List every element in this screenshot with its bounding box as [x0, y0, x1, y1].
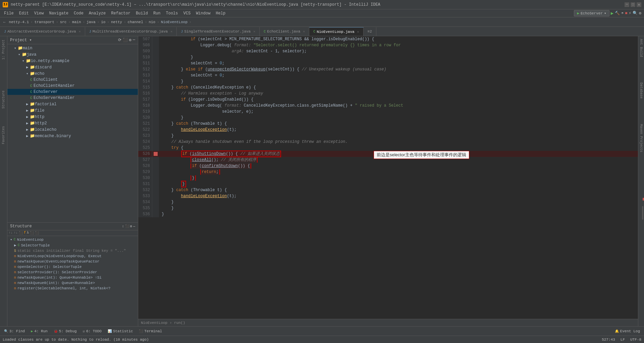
tab-close-icon[interactable]: ✕	[253, 30, 255, 34]
tree-item-echoserver[interactable]: C EchoServer	[7, 89, 138, 95]
menu-window[interactable]: Window	[193, 10, 213, 16]
find-tool-button[interactable]: 🔍 3: Find	[1, 329, 28, 334]
terminal-tool-button[interactable]: ⬛ Terminal	[136, 329, 165, 334]
run-config-selector[interactable]: ▶ EchoServer ▾	[574, 10, 609, 16]
tree-item-http2[interactable]: ▶ 📁 http2	[7, 120, 138, 126]
tree-item-java[interactable]: ▾ 📁 java	[7, 51, 138, 58]
database-panel-label[interactable]: Database	[638, 80, 644, 101]
breadcrumb-item-9[interactable]: NioEventLoop	[161, 20, 187, 24]
menu-analyze[interactable]: Analyze	[86, 10, 108, 16]
breadcrumb-item-3[interactable]: main	[72, 20, 81, 24]
sort-by-alpha-btn[interactable]: ↑↓	[9, 231, 13, 235]
menu-file[interactable]: File	[1, 10, 16, 16]
struct-item-selectorprovider[interactable]: m selectorProvider(): SelectorProvider	[7, 270, 138, 275]
tab-singlethreadeventexecutor[interactable]: J SingleThreadEventExecutor.java ✕	[177, 27, 260, 36]
tab-close-icon[interactable]: ✕	[79, 30, 81, 34]
scroll-thumb[interactable]	[642, 206, 643, 220]
show-anon-btn[interactable]: ⬛	[30, 231, 34, 235]
structure-close-icon[interactable]: —	[133, 225, 135, 228]
breadcrumb-item-2[interactable]: src	[60, 20, 67, 24]
tree-item-ionettyexample[interactable]: ▾ 📁 io.netty.example	[7, 58, 138, 64]
menu-build[interactable]: Build	[133, 10, 151, 16]
maximize-button[interactable]: □	[631, 2, 635, 7]
tab-nioeventloop[interactable]: C NioEventLoop.java ✕	[309, 27, 363, 36]
project-settings-icon[interactable]: ⚙	[129, 38, 131, 43]
show-lambda-btn[interactable]: λ	[27, 231, 29, 235]
maven-projects-panel-label[interactable]: Maven Projects	[638, 121, 644, 155]
struct-item-constructor[interactable]: m NioEventLoop(NioEventLoopGroup, Execut	[7, 253, 138, 259]
breadcrumb-item-1[interactable]: transport	[35, 20, 54, 24]
code-area[interactable]: 507 if (selectCnt > MIN_PREMATURE_SELECT…	[138, 36, 638, 319]
favorites-panel-label[interactable]: Favorites	[1, 124, 6, 146]
menu-run[interactable]: Run	[151, 10, 163, 16]
breadcrumb-item-0[interactable]: netty-4.1	[9, 20, 29, 24]
sort-alpha-icon[interactable]: ↕	[122, 225, 124, 228]
tree-item-discard[interactable]: ▶ 📁 discard	[7, 64, 138, 70]
ant-build-panel-label[interactable]: Ant Build	[638, 36, 644, 60]
breadcrumb-item-8[interactable]: nio	[149, 20, 155, 24]
tab-close-icon[interactable]: ✕	[357, 30, 359, 34]
tree-item-factorial[interactable]: ▶ 📁 factorial	[7, 101, 138, 107]
structure-panel-label[interactable]: Structure	[1, 89, 6, 111]
run-tool-button[interactable]: ▶ 4: Run	[28, 329, 50, 334]
show-fields-btn[interactable]: f	[24, 231, 26, 235]
menu-refactor[interactable]: Refactor	[108, 10, 133, 16]
tree-item-echo[interactable]: ▾ 📁 echo	[7, 70, 138, 77]
show-inherited-btn[interactable]: ⬛	[19, 231, 23, 235]
debug-tool-button[interactable]: 🐞 5: Debug	[51, 329, 79, 334]
profile-button[interactable]: ⚡	[629, 11, 631, 16]
tree-item-http[interactable]: ▶ 📁 http	[7, 114, 138, 120]
tree-item-memcachebinary[interactable]: ▶ 📁 memcache.binary	[7, 133, 138, 139]
menu-vcs[interactable]: VCS	[181, 10, 194, 16]
breadcrumb-item-7[interactable]: channel	[128, 20, 143, 24]
tab-echoclient[interactable]: C EchoClient.java ✕	[260, 27, 309, 36]
tab-abstracteventexecutorgroup[interactable]: J AbstractEventExecutorGroup.java ✕	[0, 27, 85, 36]
stop-button[interactable]: ■	[625, 11, 627, 16]
project-sync-icon[interactable]: ⟳	[118, 38, 121, 43]
project-panel-label[interactable]: 1: Project	[1, 38, 6, 62]
tab-more[interactable]: ≡2	[364, 27, 376, 36]
struct-item-newtaskqueue0[interactable]: m newTaskQueue0(int): Queue<Runnable>	[7, 280, 138, 286]
build-button[interactable]: 🔨	[615, 11, 620, 16]
struct-item-openselector[interactable]: m openSelector(): SelectorTuple	[7, 264, 138, 270]
struct-item-register[interactable]: m register(SelectableChannel, int, NioTa…	[7, 286, 138, 291]
run-button[interactable]: ▶	[611, 10, 613, 16]
tab-multithreadeventexecutorgroup[interactable]: J MultithreadEventExecutorGroup.java ✕	[85, 27, 177, 36]
menu-edit[interactable]: Edit	[16, 10, 32, 16]
struct-item-selectortuple[interactable]: ▶ C SelectorTuple	[7, 242, 138, 248]
tab-close-icon[interactable]: ✕	[303, 30, 305, 34]
menu-navigate[interactable]: Navigate	[46, 10, 71, 16]
statistic-tool-button[interactable]: 📊 Statistic	[105, 329, 136, 334]
menu-tools[interactable]: Tools	[163, 10, 181, 16]
search-everywhere-button[interactable]: 🔍	[633, 11, 638, 16]
menu-help[interactable]: Help	[213, 10, 228, 16]
breadcrumb-item-6[interactable]: netty	[111, 20, 122, 24]
sort-by-visibility-btn[interactable]: ↑↓	[14, 231, 18, 235]
project-close-icon[interactable]: —	[133, 38, 135, 43]
struct-item-nioeventloop[interactable]: ▾ C NioEventLoop	[7, 237, 138, 242]
sort-type-icon[interactable]: ⬛	[125, 224, 129, 228]
settings-button[interactable]: ⚙	[639, 11, 641, 16]
menu-view[interactable]: View	[32, 10, 47, 16]
tree-item-echoclient[interactable]: C EchoClient	[7, 77, 138, 83]
tree-item-echoclienthandler[interactable]: C EchoClientHandler	[7, 83, 138, 89]
tree-item-main[interactable]: ▾ 📁 main	[7, 45, 138, 51]
minimize-button[interactable]: ─	[625, 2, 629, 7]
struct-item-newtaskqueue1[interactable]: m newTaskQueue(EventLoopTaskQueueFactor	[7, 259, 138, 264]
event-log-button[interactable]: 🔔 Event Log	[612, 329, 643, 334]
breadcrumb-item-5[interactable]: io	[101, 20, 105, 24]
tree-item-localecho[interactable]: ▶ 📁 localecho	[7, 126, 138, 133]
struct-item-static-init[interactable]: S static class initializer final String …	[7, 248, 138, 253]
close-button[interactable]: ✕	[637, 2, 641, 7]
show-inner-btn[interactable]: ⬛	[35, 231, 39, 235]
breadcrumb-back[interactable]: ←	[3, 20, 6, 24]
coverage-button[interactable]: ☂	[621, 11, 624, 16]
project-collapse-icon[interactable]: ⬛	[123, 38, 128, 43]
breadcrumb-item-4[interactable]: java	[87, 20, 95, 24]
tree-item-echoserverhandler[interactable]: C EchoServerHandler	[7, 95, 138, 101]
menu-code[interactable]: Code	[71, 10, 86, 16]
structure-settings-icon[interactable]: ⚙	[130, 224, 132, 228]
tab-close-icon[interactable]: ✕	[170, 30, 172, 34]
tree-item-file[interactable]: ▶ 📁 file	[7, 107, 138, 114]
struct-item-newtaskqueue2[interactable]: m newTaskQueue(int): Queue<Runnable> ↑Si	[7, 275, 138, 280]
